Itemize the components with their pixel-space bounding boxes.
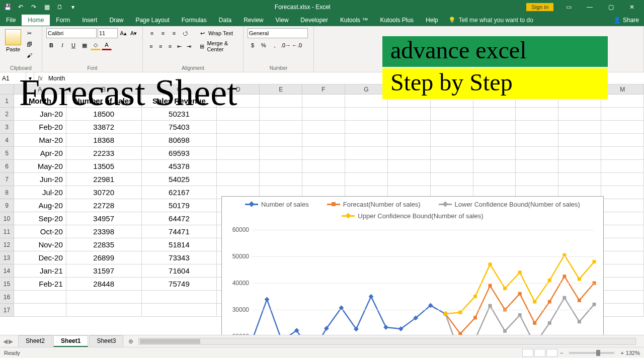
add-sheet-button[interactable]: ⊕: [128, 338, 133, 345]
cell[interactable]: [431, 173, 473, 186]
cell[interactable]: [431, 147, 473, 160]
zoom-out-icon[interactable]: −: [560, 350, 563, 356]
tab-file[interactable]: File: [0, 15, 22, 26]
select-all-corner[interactable]: [0, 84, 14, 95]
tab-developer[interactable]: Developer: [294, 15, 334, 26]
font-name-combo[interactable]: [46, 28, 97, 38]
cell[interactable]: [601, 251, 644, 264]
cell[interactable]: [516, 134, 558, 147]
forecast-chart[interactable]: Number of salesForecast(Number of sales)…: [221, 196, 604, 335]
row-header[interactable]: 14: [0, 264, 14, 278]
cell[interactable]: [473, 121, 516, 134]
cell[interactable]: [601, 121, 644, 134]
cell[interactable]: [601, 304, 644, 317]
row-header[interactable]: 12: [0, 238, 14, 251]
tab-kutools-plus[interactable]: Kutools Plus: [374, 15, 420, 26]
cell[interactable]: 75403: [142, 121, 217, 134]
cell[interactable]: [345, 108, 388, 121]
cell[interactable]: Nov-20: [14, 238, 66, 251]
row-header[interactable]: 13: [0, 251, 14, 264]
maximize-icon[interactable]: ▢: [601, 0, 621, 14]
tab-review[interactable]: Review: [237, 15, 269, 26]
cell[interactable]: [516, 121, 558, 134]
cell[interactable]: 31597: [66, 264, 142, 278]
cell[interactable]: [431, 134, 473, 147]
cell[interactable]: [601, 225, 644, 238]
cell[interactable]: [260, 173, 302, 186]
cell[interactable]: 71604: [142, 264, 217, 278]
cell[interactable]: [388, 134, 431, 147]
cell[interactable]: 33872: [66, 121, 142, 134]
cell[interactable]: [142, 291, 217, 304]
tab-form[interactable]: Form: [50, 15, 76, 26]
cell[interactable]: [516, 173, 558, 186]
cell[interactable]: [601, 173, 644, 186]
cell[interactable]: [431, 121, 473, 134]
row-header[interactable]: 16: [0, 291, 14, 304]
sheet-nav-next-icon[interactable]: ▶: [9, 338, 13, 345]
cell[interactable]: [345, 160, 388, 173]
cell[interactable]: 51814: [142, 238, 217, 251]
cell[interactable]: 23398: [66, 225, 142, 238]
indent-inc-icon[interactable]: ⇥: [185, 41, 193, 51]
align-bottom-icon[interactable]: ≡: [169, 28, 179, 38]
cell[interactable]: Feb-21: [14, 278, 66, 291]
cell[interactable]: 73343: [142, 251, 217, 264]
cell[interactable]: [260, 160, 302, 173]
cell[interactable]: 28448: [66, 278, 142, 291]
tab-view[interactable]: View: [270, 15, 295, 26]
currency-icon[interactable]: $: [248, 40, 258, 50]
cell[interactable]: 26899: [66, 251, 142, 264]
tab-page-layout[interactable]: Page Layout: [129, 15, 175, 26]
font-color-icon[interactable]: A: [102, 40, 112, 50]
cell[interactable]: [431, 108, 473, 121]
grow-font-icon[interactable]: A▴: [119, 28, 128, 38]
cell[interactable]: [217, 160, 260, 173]
cell[interactable]: Oct-20: [14, 225, 66, 238]
font-size-combo[interactable]: [98, 28, 118, 38]
row-header[interactable]: 3: [0, 121, 14, 134]
align-center-icon[interactable]: ≡: [156, 41, 165, 51]
zoom-in-icon[interactable]: +: [620, 350, 623, 356]
cell[interactable]: [302, 134, 345, 147]
align-right-icon[interactable]: ≡: [166, 41, 175, 51]
cell[interactable]: [601, 264, 644, 278]
cell[interactable]: [431, 160, 473, 173]
cell[interactable]: 50179: [142, 199, 217, 212]
cell[interactable]: 22981: [66, 173, 142, 186]
merge-icon[interactable]: ⊞: [198, 41, 206, 51]
column-header-F[interactable]: F: [302, 84, 345, 95]
decrease-decimal-icon[interactable]: ←.0: [292, 40, 302, 50]
cell[interactable]: 64472: [142, 212, 217, 225]
cell[interactable]: 22233: [66, 147, 142, 160]
cell[interactable]: [302, 108, 345, 121]
align-top-icon[interactable]: ≡: [147, 28, 157, 38]
cell[interactable]: [388, 173, 431, 186]
column-header-E[interactable]: E: [260, 84, 302, 95]
cell[interactable]: May-20: [14, 160, 66, 173]
zoom-label[interactable]: 132%: [626, 350, 640, 356]
bold-button[interactable]: B: [46, 40, 56, 50]
merge-center-button[interactable]: Merge & Center: [207, 40, 239, 52]
share-button[interactable]: 👤 Share: [613, 17, 639, 24]
underline-button[interactable]: U: [68, 40, 78, 50]
cell[interactable]: 69593: [142, 147, 217, 160]
save-icon[interactable]: 💾: [2, 2, 13, 13]
row-header[interactable]: 15: [0, 278, 14, 291]
view-normal-icon[interactable]: [522, 349, 533, 357]
cell[interactable]: Feb-20: [14, 121, 66, 134]
cell[interactable]: [260, 134, 302, 147]
minimize-icon[interactable]: —: [580, 0, 600, 14]
cell[interactable]: [601, 291, 644, 304]
cell[interactable]: Mar-20: [14, 134, 66, 147]
cell[interactable]: [302, 147, 345, 160]
cell[interactable]: [14, 304, 66, 317]
tab-insert[interactable]: Insert: [76, 15, 103, 26]
sheet-tab-sheet3[interactable]: Sheet3: [89, 335, 123, 347]
close-icon[interactable]: ✕: [622, 0, 642, 14]
cell[interactable]: [345, 134, 388, 147]
tab-kutools-[interactable]: Kutools ™: [334, 15, 374, 26]
cell[interactable]: [66, 304, 142, 317]
cell[interactable]: [345, 147, 388, 160]
percent-icon[interactable]: %: [259, 40, 269, 50]
